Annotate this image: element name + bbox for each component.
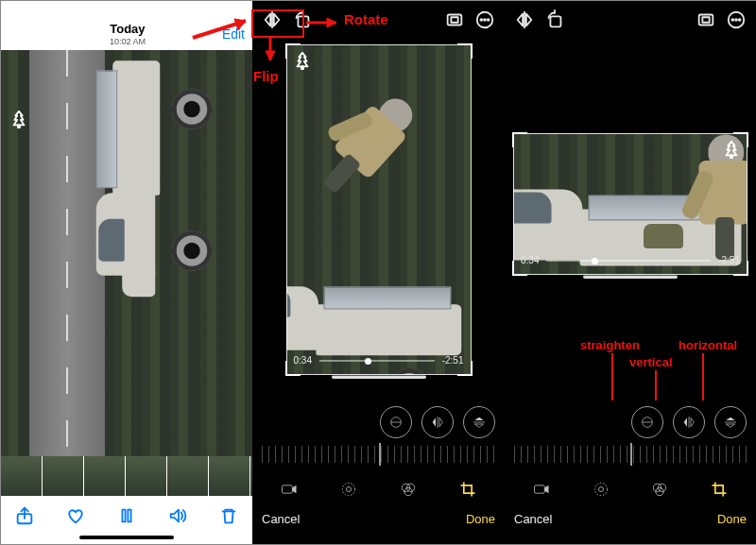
angle-ruler[interactable] [514, 446, 747, 463]
edit-bottom-row: Cancel Done [505, 504, 756, 533]
edit-topbar [252, 1, 505, 39]
truck-graphic [107, 74, 192, 272]
done-button[interactable]: Done [466, 512, 495, 526]
thumbnail[interactable] [167, 456, 209, 496]
vertical-perspective-button[interactable] [673, 406, 705, 438]
svg-rect-28 [535, 485, 545, 493]
scrub-remaining-time: -2:51 [718, 255, 740, 265]
svg-marker-35 [234, 19, 246, 30]
trash-icon[interactable] [218, 505, 239, 526]
viewer-toolbar [1, 496, 252, 536]
video-mode-icon[interactable] [524, 480, 558, 502]
svg-rect-20 [699, 15, 713, 26]
flip-icon[interactable] [514, 9, 535, 30]
straighten-button[interactable] [631, 406, 663, 438]
rotate-icon[interactable] [544, 9, 565, 30]
svg-marker-39 [266, 51, 275, 60]
edit-topbar [505, 1, 756, 39]
svg-rect-5 [448, 15, 462, 26]
cancel-button[interactable]: Cancel [262, 512, 300, 526]
svg-rect-19 [550, 16, 560, 26]
thumbnail[interactable] [84, 456, 126, 496]
thumbnail[interactable] [126, 456, 167, 496]
crop-mode-icon[interactable] [702, 480, 736, 502]
more-icon[interactable] [474, 9, 495, 30]
svg-point-23 [731, 19, 733, 21]
volume-icon[interactable] [167, 505, 188, 526]
viewer-media[interactable] [1, 50, 252, 456]
heart-icon[interactable] [65, 505, 86, 526]
edit-crop-panel-landscape: 0:34 -2:51 Cancel Done [505, 1, 756, 544]
adjust-mode-icon[interactable] [332, 480, 366, 502]
svg-point-9 [484, 19, 486, 21]
crop-canvas[interactable]: 0:34 -2:51 [286, 44, 472, 375]
svg-rect-6 [451, 17, 457, 23]
adjust-mode-icon[interactable] [584, 480, 618, 502]
svg-rect-3 [128, 510, 130, 522]
svg-point-29 [594, 483, 607, 495]
svg-point-25 [739, 19, 741, 21]
done-button[interactable]: Done [717, 512, 747, 526]
home-indicator [252, 375, 505, 384]
svg-point-8 [480, 19, 482, 21]
pause-icon[interactable] [116, 505, 137, 526]
home-indicator [505, 275, 756, 284]
svg-point-24 [735, 19, 737, 21]
svg-point-10 [488, 19, 490, 21]
filters-mode-icon[interactable] [643, 480, 677, 502]
share-icon[interactable] [14, 505, 35, 526]
edit-mode-row [505, 480, 756, 502]
horizontal-perspective-button[interactable] [463, 406, 495, 438]
annotation-arrow-flip [263, 38, 278, 68]
svg-rect-2 [122, 510, 125, 522]
flip-icon[interactable] [262, 9, 283, 30]
straighten-button[interactable] [380, 406, 412, 438]
svg-rect-13 [283, 485, 293, 493]
svg-rect-0 [18, 125, 20, 128]
thumbnail-strip[interactable] [1, 456, 252, 496]
horizontal-perspective-button[interactable] [714, 406, 747, 438]
video-scrubber[interactable]: 0:34 -2:51 [521, 255, 740, 265]
annotation-line-horizontal [701, 353, 705, 400]
svg-rect-11 [301, 66, 303, 69]
live-photo-icon [292, 50, 313, 71]
filters-mode-icon[interactable] [391, 480, 425, 502]
crop-canvas[interactable]: 0:34 -2:51 [513, 133, 747, 275]
aspect-icon[interactable] [444, 9, 465, 30]
scrub-current-time: 0:34 [521, 255, 539, 265]
live-photo-icon [9, 109, 29, 129]
scrub-current-time: 0:34 [294, 355, 312, 366]
video-scrubber[interactable]: 0:34 -2:51 [294, 355, 464, 366]
thumbnail[interactable] [209, 456, 250, 496]
perspective-buttons [252, 406, 505, 438]
annotation-arrow-rotate [306, 15, 344, 30]
vertical-perspective-button[interactable] [421, 406, 454, 438]
cancel-button[interactable]: Cancel [514, 512, 552, 526]
more-icon[interactable] [726, 9, 747, 30]
video-mode-icon[interactable] [272, 480, 306, 502]
edit-mode-row [252, 480, 505, 502]
svg-marker-37 [327, 18, 336, 27]
svg-point-30 [598, 487, 603, 492]
perspective-buttons [505, 406, 756, 438]
home-indicator [1, 536, 252, 545]
svg-rect-21 [702, 17, 709, 23]
photos-viewer-panel: Today 10:02 AM Edit [1, 1, 252, 544]
edit-crop-panel-portrait: 0:34 -2:51 Cancel Done [252, 1, 505, 544]
scrub-remaining-time: -2:51 [442, 355, 464, 366]
svg-point-14 [342, 483, 354, 495]
svg-point-15 [347, 487, 352, 492]
aspect-icon[interactable] [696, 9, 716, 30]
edit-bottom-row: Cancel Done [252, 504, 505, 533]
annotation-line-straighten [610, 353, 614, 400]
annotation-line-vertical [654, 370, 658, 400]
angle-ruler[interactable] [262, 446, 495, 463]
thumbnail[interactable] [43, 456, 84, 496]
annotation-arrow-edit [191, 13, 253, 42]
crop-mode-icon[interactable] [451, 480, 485, 502]
thumbnail[interactable] [1, 456, 43, 496]
